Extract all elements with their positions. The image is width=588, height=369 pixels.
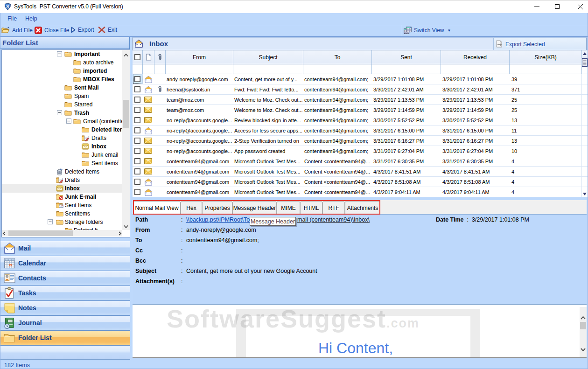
svg-text:S: S <box>6 4 9 9</box>
